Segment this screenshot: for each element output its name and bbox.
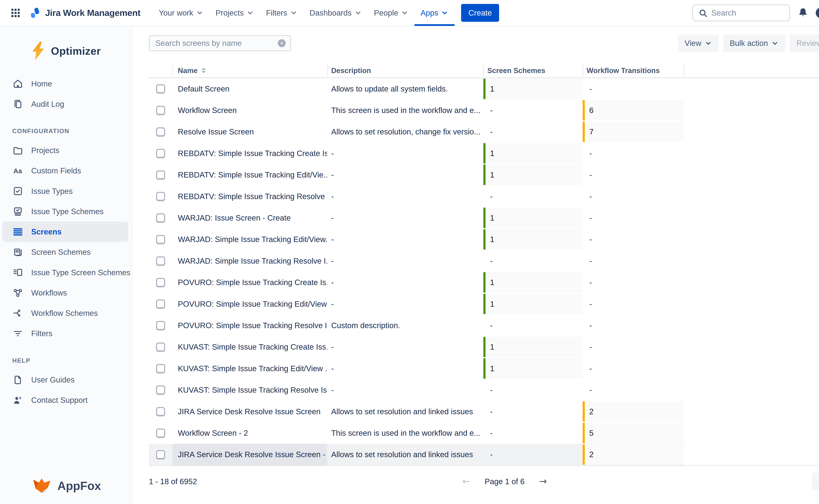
screen-description: Allows to set resolution and linked issu…	[327, 444, 484, 465]
screen-schemes-cell: -	[484, 444, 583, 465]
screens-search-input[interactable]	[155, 39, 278, 48]
table-row[interactable]: WARJAD: Issue Screen - Create-1-	[149, 207, 684, 229]
app-switcher-icon[interactable]	[8, 5, 23, 21]
sidebar-item-issue-types[interactable]: Issue Types	[0, 181, 132, 201]
row-checkbox[interactable]	[156, 213, 165, 222]
help-icon[interactable]: ?	[816, 8, 819, 18]
table-row[interactable]: Workflow Screen - 2This screen is used i…	[149, 422, 684, 444]
nav-item-projects[interactable]: Projects	[209, 0, 260, 26]
nav-item-label: Projects	[215, 8, 244, 17]
table-row[interactable]: POVURO: Simple Issue Tracking Edit/View.…	[149, 293, 684, 315]
screen-name: KUVAST: Simple Issue Tracking Create Iss…	[172, 336, 327, 358]
sidebar-item-issue-type-schemes[interactable]: Issue Type Schemes	[0, 201, 132, 222]
screen-schemes-cell-value: 1	[484, 272, 583, 293]
workflow-transitions-cell: -	[583, 272, 684, 293]
sidebar-item-screen-schemes[interactable]: Screen Schemes	[0, 242, 132, 262]
jira-logo[interactable]: Jira Work Management	[29, 7, 140, 19]
screens-search[interactable]: ✕	[149, 35, 291, 51]
row-checkbox[interactable]	[156, 84, 165, 93]
row-checkbox[interactable]	[156, 343, 165, 351]
row-checkbox[interactable]	[156, 299, 165, 308]
row-checkbox[interactable]	[156, 106, 165, 115]
view-button[interactable]: View	[678, 35, 719, 52]
table-row[interactable]: Default ScreenAllows to update all syste…	[149, 78, 684, 100]
row-checkbox-cell	[149, 164, 172, 186]
table-row[interactable]: JIRA Service Desk Resolve Issue ScreenAl…	[149, 401, 684, 422]
row-checkbox[interactable]	[156, 170, 165, 179]
pager: ← Page 1 of 6 →	[462, 477, 547, 486]
table-row[interactable]: Resolve Issue ScreenAllows to set resolu…	[149, 121, 684, 142]
workflow-transitions-cell: -	[583, 143, 684, 164]
next-page-arrow-icon[interactable]: →	[539, 477, 547, 486]
row-checkbox[interactable]	[156, 278, 165, 287]
row-checkbox[interactable]	[156, 407, 165, 416]
table-row[interactable]: JIRA Service Desk Resolve Issue Screen -…	[149, 444, 684, 465]
sidebar-item-home[interactable]: Home	[0, 74, 132, 94]
create-button[interactable]: Create	[461, 4, 499, 22]
screen-description: -	[327, 336, 484, 358]
row-checkbox[interactable]	[156, 364, 165, 373]
nav-item-filters[interactable]: Filters	[260, 0, 303, 26]
screen-description: Allows to set resolution, change fix ver…	[327, 121, 484, 142]
sidebar-item-workflows[interactable]: Workflows	[0, 283, 132, 303]
sidebar-menu: HomeAudit LogCONFIGURATIONProjectsAaCust…	[0, 74, 132, 410]
table-row[interactable]: POVURO: Simple Issue Tracking Create Is.…	[149, 272, 684, 293]
table-row[interactable]: WARJAD: Simple Issue Tracking Edit/View.…	[149, 229, 684, 250]
row-checkbox[interactable]	[156, 149, 165, 158]
table-row[interactable]: REBDATV: Simple Issue Tracking Create Is…	[149, 143, 684, 164]
screen-name: KUVAST: Simple Issue Tracking Resolve Is…	[172, 379, 327, 401]
table-row[interactable]: POVURO: Simple Issue Tracking Resolve I.…	[149, 315, 684, 336]
screen-schemes-cell: 1	[484, 293, 583, 315]
sidebar-item-filters[interactable]: Filters	[0, 323, 132, 344]
sidebar-item-label: Screens	[31, 227, 62, 236]
table-row[interactable]: Workflow ScreenThis screen is used in th…	[149, 100, 684, 121]
column-header-description: Description	[327, 64, 484, 77]
nav-item-label: Your work	[159, 8, 193, 17]
screen-schemes-cell-value: 1	[484, 79, 583, 99]
row-checkbox[interactable]	[156, 450, 165, 459]
sidebar-item-contact-support[interactable]: Contact Support	[0, 390, 132, 410]
sidebar-item-audit-log[interactable]: Audit Log	[0, 94, 132, 114]
review-changes-button[interactable]: Review changes	[790, 35, 819, 52]
global-search[interactable]	[692, 4, 790, 22]
row-checkbox[interactable]	[156, 321, 165, 330]
nav-item-dashboards[interactable]: Dashboards	[303, 0, 368, 26]
nav-item-people[interactable]: People	[368, 0, 414, 26]
screen-schemes-cell-value: 1	[484, 229, 583, 250]
sidebar-item-projects[interactable]: Projects	[0, 140, 132, 160]
row-checkbox[interactable]	[156, 385, 165, 394]
workflow-transitions-cell: -	[583, 293, 684, 315]
product-title: Jira Work Management	[45, 8, 140, 18]
prev-page-arrow-icon[interactable]: ←	[462, 477, 470, 486]
checkbox-column-header	[149, 64, 172, 77]
screen-name: POVURO: Simple Issue Tracking Resolve I.…	[172, 315, 327, 336]
row-checkbox[interactable]	[156, 127, 165, 136]
table-row[interactable]: KUVAST: Simple Issue Tracking Create Iss…	[149, 336, 684, 358]
sidebar-item-user-guides[interactable]: User Guides	[0, 370, 132, 390]
sidebar-item-custom-fields[interactable]: AaCustom Fields	[0, 161, 132, 181]
table-row[interactable]: KUVAST: Simple Issue Tracking Edit/View …	[149, 358, 684, 379]
sidebar-item-workflow-schemes[interactable]: Workflow Schemes	[0, 303, 132, 323]
row-checkbox[interactable]	[156, 235, 165, 244]
screen-description: -	[327, 379, 484, 401]
table-row[interactable]: KUVAST: Simple Issue Tracking Resolve Is…	[149, 379, 684, 401]
row-checkbox[interactable]	[156, 192, 165, 201]
row-checkbox[interactable]	[156, 256, 165, 265]
screen-description: -	[327, 143, 484, 164]
table-header: Name Description Screen Schemes Workflow…	[149, 64, 684, 77]
screen-name: JIRA Service Desk Resolve Issue Screen -…	[172, 444, 327, 465]
nav-item-apps[interactable]: Apps	[415, 0, 455, 26]
column-header-name[interactable]: Name	[172, 64, 327, 77]
sidebar-item-screens[interactable]: Screens	[2, 222, 128, 242]
row-checkbox[interactable]	[156, 429, 165, 437]
table-row[interactable]: REBDATV: Simple Issue Tracking Edit/Vie.…	[149, 164, 684, 186]
sidebar-item-issue-type-screen-schemes[interactable]: Issue Type Screen Schemes	[0, 262, 132, 283]
clear-search-icon[interactable]: ✕	[278, 39, 286, 47]
export-button[interactable]: Export	[812, 473, 819, 490]
bulk-action-button[interactable]: Bulk action	[723, 35, 785, 52]
notifications-bell-icon[interactable]	[797, 7, 809, 18]
nav-item-your-work[interactable]: Your work	[153, 0, 209, 26]
global-search-input[interactable]	[711, 8, 778, 17]
table-row[interactable]: REBDATV: Simple Issue Tracking Resolve I…	[149, 186, 684, 207]
table-row[interactable]: WARJAD: Simple Issue Tracking Resolve I.…	[149, 250, 684, 272]
